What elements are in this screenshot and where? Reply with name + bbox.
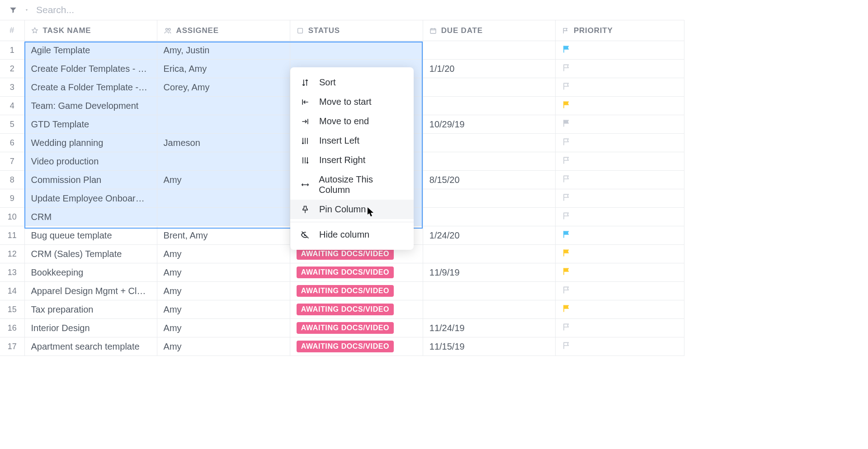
task-name-cell[interactable]: Tax preparation [24,300,157,319]
menu-item-hide[interactable]: Hide column [290,225,414,244]
task-name-cell[interactable]: CRM [24,208,157,226]
menu-item-insert-right[interactable]: Insert Right [290,150,414,170]
assignee-cell[interactable]: Corey, Amy [157,78,290,97]
assignee-cell[interactable]: Amy [157,171,290,189]
priority-cell[interactable] [555,41,684,60]
assignee-cell[interactable]: Amy [157,300,290,319]
priority-cell[interactable] [555,171,684,189]
status-cell[interactable]: AWAITING DOCS/VIDEO [290,300,423,319]
task-name-cell[interactable]: Agile Template [24,41,157,60]
due-date-cell[interactable] [423,189,555,208]
due-date-cell[interactable]: 8/15/20 [423,171,555,189]
assignee-cell[interactable] [157,97,290,115]
task-name-cell[interactable]: Team: Game Development [24,97,157,115]
assignee-cell[interactable]: Amy [157,263,290,282]
due-date-cell[interactable]: 10/29/19 [423,115,555,134]
due-date-cell[interactable]: 11/15/19 [423,337,555,356]
table-row[interactable]: 15Tax preparationAmyAWAITING DOCS/VIDEO [0,300,684,319]
status-badge: AWAITING DOCS/VIDEO [297,267,394,278]
priority-cell[interactable] [555,319,684,337]
priority-cell[interactable] [555,134,684,152]
task-name-cell[interactable]: Video production [24,152,157,171]
status-cell[interactable]: AWAITING DOCS/VIDEO [290,337,423,356]
assignee-cell[interactable]: Amy [157,319,290,337]
task-name-cell[interactable]: Bookkeeping [24,263,157,282]
task-name-cell[interactable]: CRM (Sales) Template [24,245,157,263]
assignee-cell[interactable]: Amy [157,245,290,263]
assignee-cell[interactable] [157,189,290,208]
priority-cell[interactable] [555,60,684,78]
assignee-cell[interactable]: Amy [157,282,290,300]
task-name-cell[interactable]: Create a Folder Template -… [24,78,157,97]
priority-flag-icon [562,267,571,276]
table-row[interactable]: 16Interior DesignAmyAWAITING DOCS/VIDEO1… [0,319,684,337]
priority-cell[interactable] [555,263,684,282]
filter-icon[interactable] [9,6,17,14]
task-name-cell[interactable]: Create Folder Templates - … [24,60,157,78]
due-date-cell[interactable] [423,282,555,300]
priority-cell[interactable] [555,189,684,208]
priority-cell[interactable] [555,300,684,319]
due-date-cell[interactable]: 11/9/19 [423,263,555,282]
due-date-cell[interactable] [423,300,555,319]
status-cell[interactable]: AWAITING DOCS/VIDEO [290,263,423,282]
assignee-cell[interactable]: Erica, Amy [157,60,290,78]
priority-cell[interactable] [555,115,684,134]
task-name-cell[interactable]: GTD Template [24,115,157,134]
menu-item-label: Insert Left [319,136,359,146]
due-date-cell[interactable] [423,134,555,152]
priority-cell[interactable] [555,337,684,356]
due-date-cell[interactable] [423,208,555,226]
status-cell[interactable] [290,41,423,60]
due-date-cell[interactable]: 1/1/20 [423,60,555,78]
menu-item-sort[interactable]: Sort [290,73,414,92]
due-date-cell[interactable] [423,78,555,97]
menu-item-pin[interactable]: Pin Column [290,200,414,219]
column-header-num[interactable]: # [0,20,24,41]
due-date-cell[interactable] [423,245,555,263]
table-row[interactable]: 1Agile TemplateAmy, Justin [0,41,684,60]
task-name-cell[interactable]: Apartment search template [24,337,157,356]
assignee-cell[interactable] [157,152,290,171]
priority-cell[interactable] [555,97,684,115]
menu-item-move-start[interactable]: Move to start [290,92,414,112]
priority-cell[interactable] [555,152,684,171]
menu-item-autosize[interactable]: Autosize This Column [290,170,414,200]
column-header-task[interactable]: TASK NAME [24,20,157,41]
task-name-cell[interactable]: Commission Plan [24,171,157,189]
menu-item-move-end[interactable]: Move to end [290,112,414,131]
priority-cell[interactable] [555,282,684,300]
column-header-due[interactable]: DUE DATE [423,20,555,41]
task-name-cell[interactable]: Interior Design [24,319,157,337]
priority-cell[interactable] [555,78,684,97]
task-name-cell[interactable]: Update Employee Onboar… [24,189,157,208]
assignee-cell[interactable]: Brent, Amy [157,226,290,245]
table-row[interactable]: 13BookkeepingAmyAWAITING DOCS/VIDEO11/9/… [0,263,684,282]
column-header-assignee[interactable]: ASSIGNEE [157,20,290,41]
assignee-cell[interactable] [157,115,290,134]
table-row[interactable]: 17Apartment search templateAmyAWAITING D… [0,337,684,356]
search-input[interactable] [36,5,172,15]
filter-dropdown-caret[interactable] [24,8,29,12]
assignee-cell[interactable]: Amy [157,337,290,356]
priority-cell[interactable] [555,208,684,226]
assignee-cell[interactable]: Jameson [157,134,290,152]
column-header-status[interactable]: STATUS [290,20,423,41]
assignee-cell[interactable]: Amy, Justin [157,41,290,60]
priority-cell[interactable] [555,245,684,263]
due-date-cell[interactable]: 11/24/19 [423,319,555,337]
priority-cell[interactable] [555,226,684,245]
menu-item-insert-left[interactable]: Insert Left [290,131,414,150]
assignee-cell[interactable] [157,208,290,226]
due-date-cell[interactable]: 1/24/20 [423,226,555,245]
due-date-cell[interactable] [423,152,555,171]
status-cell[interactable]: AWAITING DOCS/VIDEO [290,282,423,300]
task-name-cell[interactable]: Apparel Design Mgmt + Cl… [24,282,157,300]
task-name-cell[interactable]: Bug queue template [24,226,157,245]
due-date-cell[interactable] [423,41,555,60]
due-date-cell[interactable] [423,97,555,115]
status-cell[interactable]: AWAITING DOCS/VIDEO [290,319,423,337]
task-name-cell[interactable]: Wedding planning [24,134,157,152]
column-header-priority[interactable]: PRIORITY [555,20,684,41]
table-row[interactable]: 14Apparel Design Mgmt + Cl…AmyAWAITING D… [0,282,684,300]
